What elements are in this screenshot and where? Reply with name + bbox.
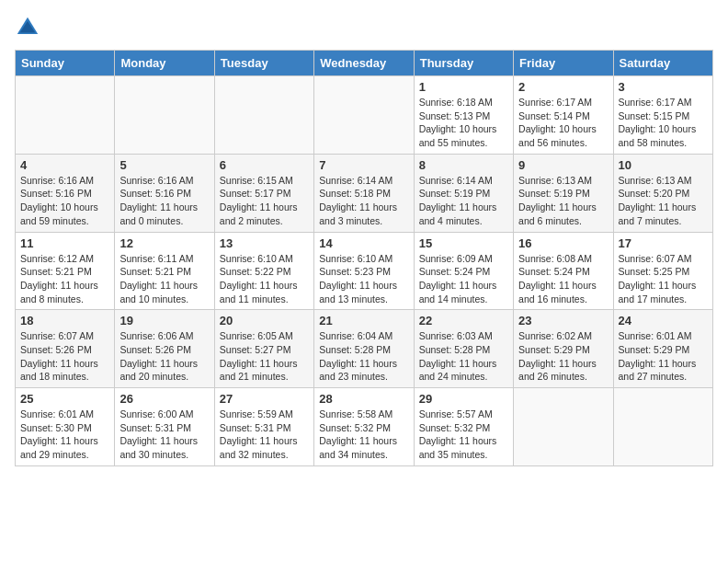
- day-number: 5: [119, 158, 209, 172]
- weekday-header-thursday: Thursday: [414, 51, 513, 76]
- day-number: 19: [119, 314, 209, 327]
- day-number: 6: [220, 158, 309, 172]
- weekday-header-monday: Monday: [115, 51, 214, 76]
- day-number: 22: [419, 314, 508, 327]
- day-info: Sunrise: 6:16 AM Sunset: 5:16 PM Dayligh…: [119, 174, 209, 228]
- calendar-cell: 3Sunrise: 6:17 AM Sunset: 5:15 PM Daylig…: [613, 76, 712, 155]
- day-number: 1: [419, 80, 508, 94]
- day-info: Sunrise: 6:14 AM Sunset: 5:19 PM Dayligh…: [419, 174, 508, 228]
- day-number: 24: [619, 314, 708, 327]
- day-info: Sunrise: 6:17 AM Sunset: 5:14 PM Dayligh…: [518, 96, 608, 150]
- day-number: 12: [119, 236, 209, 250]
- calendar-cell: [16, 76, 115, 155]
- day-info: Sunrise: 6:05 AM Sunset: 5:27 PM Dayligh…: [220, 329, 309, 384]
- calendar-cell: [514, 388, 613, 466]
- day-number: 7: [319, 158, 408, 172]
- week-row-2: 4Sunrise: 6:16 AM Sunset: 5:16 PM Daylig…: [16, 154, 713, 232]
- calendar-cell: [214, 76, 313, 155]
- calendar-cell: 25Sunrise: 6:01 AM Sunset: 5:30 PM Dayli…: [16, 388, 115, 466]
- logo: [15, 15, 44, 40]
- day-number: 8: [419, 158, 508, 172]
- week-row-1: 1Sunrise: 6:18 AM Sunset: 5:13 PM Daylig…: [16, 76, 713, 155]
- day-number: 23: [518, 314, 608, 327]
- day-info: Sunrise: 6:02 AM Sunset: 5:29 PM Dayligh…: [518, 329, 608, 384]
- calendar-cell: 27Sunrise: 5:59 AM Sunset: 5:31 PM Dayli…: [214, 388, 313, 466]
- weekday-header-friday: Friday: [514, 51, 613, 76]
- calendar-cell: 19Sunrise: 6:06 AM Sunset: 5:26 PM Dayli…: [115, 310, 214, 388]
- calendar-cell: 5Sunrise: 6:16 AM Sunset: 5:16 PM Daylig…: [115, 154, 214, 232]
- day-number: 3: [619, 80, 708, 94]
- day-info: Sunrise: 6:17 AM Sunset: 5:15 PM Dayligh…: [619, 96, 708, 150]
- day-number: 21: [319, 314, 408, 327]
- weekday-header-row: SundayMondayTuesdayWednesdayThursdayFrid…: [16, 51, 713, 76]
- day-info: Sunrise: 6:10 AM Sunset: 5:22 PM Dayligh…: [220, 252, 309, 306]
- day-number: 18: [20, 314, 109, 327]
- calendar-cell: 24Sunrise: 6:01 AM Sunset: 5:29 PM Dayli…: [613, 310, 712, 388]
- logo-icon: [15, 15, 40, 40]
- day-info: Sunrise: 6:07 AM Sunset: 5:25 PM Dayligh…: [619, 252, 708, 306]
- day-number: 16: [518, 236, 608, 250]
- calendar-cell: 16Sunrise: 6:08 AM Sunset: 5:24 PM Dayli…: [514, 232, 613, 310]
- day-info: Sunrise: 6:08 AM Sunset: 5:24 PM Dayligh…: [518, 252, 608, 306]
- weekday-header-wednesday: Wednesday: [314, 51, 414, 76]
- day-info: Sunrise: 6:09 AM Sunset: 5:24 PM Dayligh…: [419, 252, 508, 306]
- calendar-cell: 1Sunrise: 6:18 AM Sunset: 5:13 PM Daylig…: [414, 76, 513, 155]
- day-info: Sunrise: 6:15 AM Sunset: 5:17 PM Dayligh…: [220, 174, 309, 228]
- day-number: 14: [319, 236, 408, 250]
- day-number: 26: [119, 392, 209, 406]
- day-number: 15: [419, 236, 508, 250]
- calendar-cell: 13Sunrise: 6:10 AM Sunset: 5:22 PM Dayli…: [214, 232, 313, 310]
- day-number: 4: [20, 158, 109, 172]
- calendar-cell: 28Sunrise: 5:58 AM Sunset: 5:32 PM Dayli…: [314, 388, 414, 466]
- day-info: Sunrise: 6:16 AM Sunset: 5:16 PM Dayligh…: [20, 174, 109, 228]
- calendar-table: SundayMondayTuesdayWednesdayThursdayFrid…: [15, 50, 713, 466]
- weekday-header-tuesday: Tuesday: [214, 51, 313, 76]
- calendar-cell: 6Sunrise: 6:15 AM Sunset: 5:17 PM Daylig…: [214, 154, 313, 232]
- calendar-cell: 12Sunrise: 6:11 AM Sunset: 5:21 PM Dayli…: [115, 232, 214, 310]
- day-info: Sunrise: 5:58 AM Sunset: 5:32 PM Dayligh…: [319, 408, 408, 462]
- page-header: [15, 15, 713, 40]
- calendar-cell: [314, 76, 414, 155]
- calendar-cell: 11Sunrise: 6:12 AM Sunset: 5:21 PM Dayli…: [16, 232, 115, 310]
- day-info: Sunrise: 6:01 AM Sunset: 5:30 PM Dayligh…: [20, 408, 109, 462]
- day-info: Sunrise: 6:13 AM Sunset: 5:20 PM Dayligh…: [619, 174, 708, 228]
- calendar-cell: 26Sunrise: 6:00 AM Sunset: 5:31 PM Dayli…: [115, 388, 214, 466]
- calendar-cell: 29Sunrise: 5:57 AM Sunset: 5:32 PM Dayli…: [414, 388, 513, 466]
- day-info: Sunrise: 6:12 AM Sunset: 5:21 PM Dayligh…: [20, 252, 109, 306]
- day-info: Sunrise: 5:59 AM Sunset: 5:31 PM Dayligh…: [220, 408, 309, 462]
- calendar-cell: 8Sunrise: 6:14 AM Sunset: 5:19 PM Daylig…: [414, 154, 513, 232]
- day-info: Sunrise: 6:11 AM Sunset: 5:21 PM Dayligh…: [119, 252, 209, 306]
- day-number: 29: [419, 392, 508, 406]
- calendar-cell: 23Sunrise: 6:02 AM Sunset: 5:29 PM Dayli…: [514, 310, 613, 388]
- calendar-cell: 22Sunrise: 6:03 AM Sunset: 5:28 PM Dayli…: [414, 310, 513, 388]
- calendar-cell: 20Sunrise: 6:05 AM Sunset: 5:27 PM Dayli…: [214, 310, 313, 388]
- day-info: Sunrise: 6:03 AM Sunset: 5:28 PM Dayligh…: [419, 329, 508, 384]
- week-row-4: 18Sunrise: 6:07 AM Sunset: 5:26 PM Dayli…: [16, 310, 713, 388]
- day-info: Sunrise: 6:07 AM Sunset: 5:26 PM Dayligh…: [20, 329, 109, 384]
- day-info: Sunrise: 6:01 AM Sunset: 5:29 PM Dayligh…: [619, 329, 708, 384]
- day-info: Sunrise: 5:57 AM Sunset: 5:32 PM Dayligh…: [419, 408, 508, 462]
- day-number: 20: [220, 314, 309, 327]
- calendar-cell: [613, 388, 712, 466]
- calendar-cell: 18Sunrise: 6:07 AM Sunset: 5:26 PM Dayli…: [16, 310, 115, 388]
- week-row-3: 11Sunrise: 6:12 AM Sunset: 5:21 PM Dayli…: [16, 232, 713, 310]
- day-number: 11: [20, 236, 109, 250]
- day-number: 9: [518, 158, 608, 172]
- calendar-cell: 21Sunrise: 6:04 AM Sunset: 5:28 PM Dayli…: [314, 310, 414, 388]
- day-info: Sunrise: 6:00 AM Sunset: 5:31 PM Dayligh…: [119, 408, 209, 462]
- day-number: 2: [518, 80, 608, 94]
- calendar-cell: 4Sunrise: 6:16 AM Sunset: 5:16 PM Daylig…: [16, 154, 115, 232]
- calendar-cell: [115, 76, 214, 155]
- day-info: Sunrise: 6:10 AM Sunset: 5:23 PM Dayligh…: [319, 252, 408, 306]
- calendar-cell: 9Sunrise: 6:13 AM Sunset: 5:19 PM Daylig…: [514, 154, 613, 232]
- calendar-cell: 10Sunrise: 6:13 AM Sunset: 5:20 PM Dayli…: [613, 154, 712, 232]
- calendar-cell: 14Sunrise: 6:10 AM Sunset: 5:23 PM Dayli…: [314, 232, 414, 310]
- day-info: Sunrise: 6:06 AM Sunset: 5:26 PM Dayligh…: [119, 329, 209, 384]
- day-info: Sunrise: 6:04 AM Sunset: 5:28 PM Dayligh…: [319, 329, 408, 384]
- week-row-5: 25Sunrise: 6:01 AM Sunset: 5:30 PM Dayli…: [16, 388, 713, 466]
- day-number: 28: [319, 392, 408, 406]
- weekday-header-sunday: Sunday: [16, 51, 115, 76]
- weekday-header-saturday: Saturday: [613, 51, 712, 76]
- day-info: Sunrise: 6:13 AM Sunset: 5:19 PM Dayligh…: [518, 174, 608, 228]
- calendar-cell: 2Sunrise: 6:17 AM Sunset: 5:14 PM Daylig…: [514, 76, 613, 155]
